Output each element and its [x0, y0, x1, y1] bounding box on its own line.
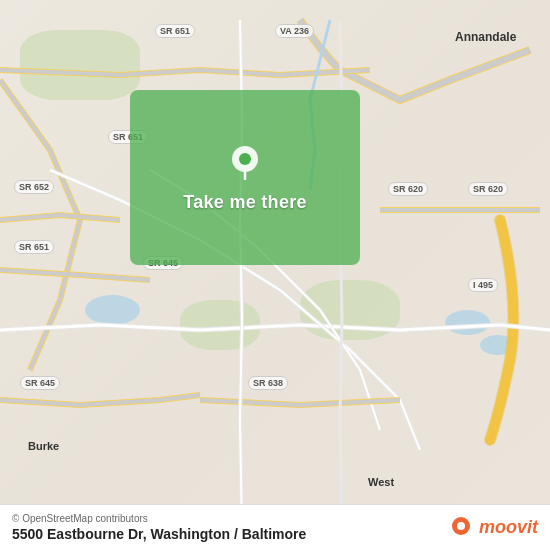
attribution-text: © OpenStreetMap contributors: [12, 513, 306, 524]
bottom-left-info: © OpenStreetMap contributors 5500 Eastbo…: [12, 513, 306, 542]
address-text: 5500 Eastbourne Dr, Washington / Baltimo…: [12, 526, 306, 542]
svg-point-1: [239, 153, 251, 165]
location-pin: [225, 142, 265, 182]
moovit-logo: moovit: [447, 514, 538, 542]
moovit-pin-icon: [447, 514, 475, 542]
bottom-bar: © OpenStreetMap contributors 5500 Eastbo…: [0, 504, 550, 550]
take-me-there-button[interactable]: Take me there: [183, 192, 307, 213]
road-network: [0, 0, 550, 550]
map-container: SR 651 VA 236 SR 651 SR 652 SR 620 SR 62…: [0, 0, 550, 550]
moovit-brand-text: moovit: [479, 517, 538, 538]
svg-point-3: [457, 522, 465, 530]
destination-highlight: Take me there: [130, 90, 360, 265]
